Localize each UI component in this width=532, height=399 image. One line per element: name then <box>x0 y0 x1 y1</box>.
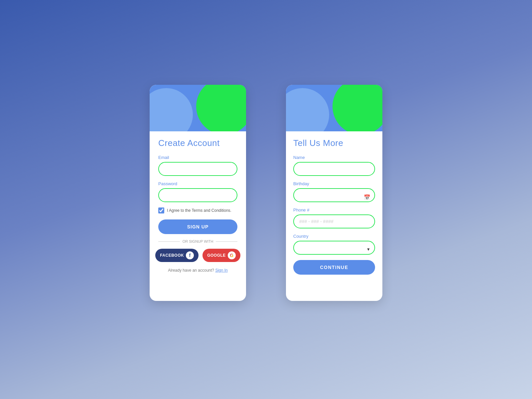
tell-us-more-card: Tell Us More Name Birthday 📅 Phone # Cou… <box>286 85 382 301</box>
signin-link[interactable]: Sign In <box>215 268 227 273</box>
terms-row: I Agree to the Terms and Conditions. <box>158 207 237 213</box>
decorative-circle-green <box>196 85 246 131</box>
facebook-button[interactable]: FACEBOOK f <box>155 249 199 262</box>
decorative-circle-blue <box>150 88 193 131</box>
facebook-icon: f <box>186 251 194 259</box>
card-body: Create Account Email Password I Agree to… <box>150 131 246 282</box>
google-button[interactable]: GOOGLE G <box>202 249 240 262</box>
google-icon: G <box>228 251 236 259</box>
birthday-field-wrapper: 📅 <box>293 188 375 207</box>
country-label: Country <box>293 234 375 239</box>
password-input[interactable] <box>158 188 237 202</box>
signin-row: Already have an account? Sign In <box>158 268 237 273</box>
card-body-tell: Tell Us More Name Birthday 📅 Phone # Cou… <box>286 131 382 284</box>
google-button-label: GOOGLE <box>207 253 226 258</box>
divider-right <box>216 241 237 242</box>
divider-row: OR SIGNUP WITH <box>158 239 237 243</box>
divider-text: OR SIGNUP WITH <box>183 239 213 243</box>
cards-container: Create Account Email Password I Agree to… <box>150 85 382 301</box>
country-select[interactable]: United States United Kingdom Canada Aust… <box>293 241 375 255</box>
divider-left <box>158 241 180 242</box>
signup-button[interactable]: SIGN UP <box>158 219 237 234</box>
name-label: Name <box>293 155 375 160</box>
terms-label: I Agree to the Terms and Conditions. <box>167 208 231 213</box>
card-header-tell <box>286 85 382 131</box>
facebook-button-label: FACEBOOK <box>160 253 184 258</box>
password-label: Password <box>158 181 237 186</box>
phone-input[interactable] <box>293 214 375 228</box>
continue-button[interactable]: CONTINUE <box>293 260 375 275</box>
email-input[interactable] <box>158 162 237 176</box>
email-label: Email <box>158 155 237 160</box>
card-title: Create Account <box>158 138 237 148</box>
social-buttons-row: FACEBOOK f GOOGLE G <box>158 249 237 262</box>
create-account-card: Create Account Email Password I Agree to… <box>150 85 246 301</box>
decorative-circle-blue-2 <box>286 88 329 131</box>
birthday-label: Birthday <box>293 181 375 186</box>
terms-checkbox[interactable] <box>158 207 164 213</box>
decorative-circle-green-2 <box>332 85 382 131</box>
birthday-input[interactable] <box>293 188 375 202</box>
card-header <box>150 85 246 131</box>
country-select-wrapper: United States United Kingdom Canada Aust… <box>293 241 375 260</box>
phone-label: Phone # <box>293 207 375 212</box>
tell-us-more-title: Tell Us More <box>293 138 375 148</box>
name-input[interactable] <box>293 162 375 176</box>
signin-text: Already have an account? <box>168 268 214 273</box>
